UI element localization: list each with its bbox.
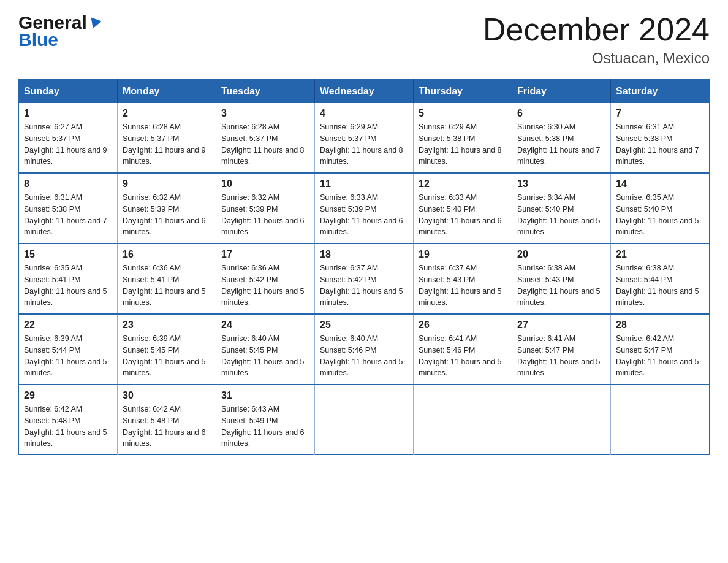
calendar-day-cell: 26 Sunrise: 6:41 AM Sunset: 5:46 PM Dayl… — [414, 314, 512, 385]
day-number: 31 — [221, 390, 309, 401]
calendar-week-row: 29 Sunrise: 6:42 AM Sunset: 5:48 PM Dayl… — [19, 385, 710, 455]
day-number: 14 — [616, 178, 704, 190]
day-number: 19 — [419, 249, 507, 260]
calendar-day-header: Sunday — [19, 80, 118, 104]
day-number: 2 — [123, 108, 211, 119]
day-info: Sunrise: 6:37 AM Sunset: 5:43 PM Dayligh… — [419, 262, 507, 308]
day-number: 25 — [320, 320, 408, 331]
calendar-day-cell: 25 Sunrise: 6:40 AM Sunset: 5:46 PM Dayl… — [315, 314, 414, 385]
day-number: 29 — [24, 390, 112, 401]
day-info: Sunrise: 6:42 AM Sunset: 5:48 PM Dayligh… — [123, 404, 211, 450]
calendar-day-cell: 16 Sunrise: 6:36 AM Sunset: 5:41 PM Dayl… — [118, 243, 216, 314]
day-info: Sunrise: 6:35 AM Sunset: 5:41 PM Dayligh… — [24, 262, 112, 308]
calendar-day-header: Thursday — [414, 80, 512, 104]
day-number: 1 — [24, 108, 112, 119]
calendar-day-cell: 13 Sunrise: 6:34 AM Sunset: 5:40 PM Dayl… — [512, 173, 611, 243]
calendar-day-cell — [414, 385, 512, 455]
calendar-week-row: 22 Sunrise: 6:39 AM Sunset: 5:44 PM Dayl… — [19, 314, 710, 385]
day-info: Sunrise: 6:29 AM Sunset: 5:38 PM Dayligh… — [419, 121, 507, 167]
day-info: Sunrise: 6:42 AM Sunset: 5:47 PM Dayligh… — [616, 333, 704, 379]
day-info: Sunrise: 6:39 AM Sunset: 5:44 PM Dayligh… — [24, 333, 112, 379]
subtitle: Ostuacan, Mexico — [483, 50, 710, 67]
day-info: Sunrise: 6:35 AM Sunset: 5:40 PM Dayligh… — [616, 192, 704, 238]
calendar-day-header: Wednesday — [315, 80, 414, 104]
calendar-day-cell: 8 Sunrise: 6:31 AM Sunset: 5:38 PM Dayli… — [19, 173, 118, 243]
day-info: Sunrise: 6:27 AM Sunset: 5:37 PM Dayligh… — [24, 121, 112, 167]
logo-blue-text: Blue — [18, 29, 58, 50]
day-number: 23 — [123, 320, 211, 331]
calendar-header-row: SundayMondayTuesdayWednesdayThursdayFrid… — [19, 80, 710, 104]
calendar-day-cell: 2 Sunrise: 6:28 AM Sunset: 5:37 PM Dayli… — [118, 103, 216, 173]
day-info: Sunrise: 6:39 AM Sunset: 5:45 PM Dayligh… — [123, 333, 211, 379]
calendar-week-row: 1 Sunrise: 6:27 AM Sunset: 5:37 PM Dayli… — [19, 103, 710, 173]
day-info: Sunrise: 6:32 AM Sunset: 5:39 PM Dayligh… — [123, 192, 211, 238]
day-info: Sunrise: 6:28 AM Sunset: 5:37 PM Dayligh… — [221, 121, 309, 167]
calendar-day-header: Tuesday — [216, 80, 315, 104]
calendar-day-cell: 29 Sunrise: 6:42 AM Sunset: 5:48 PM Dayl… — [19, 385, 118, 455]
day-number: 26 — [419, 320, 507, 331]
calendar-day-cell: 1 Sunrise: 6:27 AM Sunset: 5:37 PM Dayli… — [19, 103, 118, 173]
day-number: 24 — [221, 320, 309, 331]
day-info: Sunrise: 6:34 AM Sunset: 5:40 PM Dayligh… — [517, 192, 605, 238]
calendar-table: SundayMondayTuesdayWednesdayThursdayFrid… — [18, 79, 710, 455]
calendar-day-cell: 10 Sunrise: 6:32 AM Sunset: 5:39 PM Dayl… — [216, 173, 315, 243]
day-number: 10 — [221, 178, 309, 190]
calendar-day-cell: 3 Sunrise: 6:28 AM Sunset: 5:37 PM Dayli… — [216, 103, 315, 173]
calendar-day-cell: 9 Sunrise: 6:32 AM Sunset: 5:39 PM Dayli… — [118, 173, 216, 243]
calendar-day-cell: 20 Sunrise: 6:38 AM Sunset: 5:43 PM Dayl… — [512, 243, 611, 314]
day-info: Sunrise: 6:40 AM Sunset: 5:46 PM Dayligh… — [320, 333, 408, 379]
day-info: Sunrise: 6:40 AM Sunset: 5:45 PM Dayligh… — [221, 333, 309, 379]
calendar-day-cell: 6 Sunrise: 6:30 AM Sunset: 5:38 PM Dayli… — [512, 103, 611, 173]
calendar-day-cell: 17 Sunrise: 6:36 AM Sunset: 5:42 PM Dayl… — [216, 243, 315, 314]
calendar-day-cell: 24 Sunrise: 6:40 AM Sunset: 5:45 PM Dayl… — [216, 314, 315, 385]
calendar-day-cell: 4 Sunrise: 6:29 AM Sunset: 5:37 PM Dayli… — [315, 103, 414, 173]
day-number: 27 — [517, 320, 605, 331]
page-header: General Blue December 2024 Ostuacan, Mex… — [18, 12, 710, 67]
day-info: Sunrise: 6:33 AM Sunset: 5:40 PM Dayligh… — [419, 192, 507, 238]
calendar-day-cell: 21 Sunrise: 6:38 AM Sunset: 5:44 PM Dayl… — [611, 243, 710, 314]
day-info: Sunrise: 6:31 AM Sunset: 5:38 PM Dayligh… — [24, 192, 112, 238]
calendar-week-row: 15 Sunrise: 6:35 AM Sunset: 5:41 PM Dayl… — [19, 243, 710, 314]
calendar-day-header: Monday — [118, 80, 216, 104]
calendar-day-header: Saturday — [611, 80, 710, 104]
calendar-day-cell — [611, 385, 710, 455]
calendar-day-cell — [512, 385, 611, 455]
day-number: 21 — [616, 249, 704, 260]
day-number: 6 — [517, 108, 605, 119]
calendar-day-cell: 18 Sunrise: 6:37 AM Sunset: 5:42 PM Dayl… — [315, 243, 414, 314]
day-number: 7 — [616, 108, 704, 119]
day-number: 22 — [24, 320, 112, 331]
day-number: 3 — [221, 108, 309, 119]
day-number: 12 — [419, 178, 507, 190]
calendar-day-cell: 7 Sunrise: 6:31 AM Sunset: 5:38 PM Dayli… — [611, 103, 710, 173]
logo: General Blue — [18, 12, 103, 50]
calendar-week-row: 8 Sunrise: 6:31 AM Sunset: 5:38 PM Dayli… — [19, 173, 710, 243]
day-number: 30 — [123, 390, 211, 401]
day-info: Sunrise: 6:33 AM Sunset: 5:39 PM Dayligh… — [320, 192, 408, 238]
day-info: Sunrise: 6:42 AM Sunset: 5:48 PM Dayligh… — [24, 404, 112, 450]
main-title: December 2024 — [483, 12, 710, 47]
day-number: 13 — [517, 178, 605, 190]
calendar-day-cell: 11 Sunrise: 6:33 AM Sunset: 5:39 PM Dayl… — [315, 173, 414, 243]
title-section: December 2024 Ostuacan, Mexico — [483, 12, 710, 67]
day-info: Sunrise: 6:43 AM Sunset: 5:49 PM Dayligh… — [221, 404, 309, 450]
calendar-day-cell: 19 Sunrise: 6:37 AM Sunset: 5:43 PM Dayl… — [414, 243, 512, 314]
day-number: 16 — [123, 249, 211, 260]
day-info: Sunrise: 6:28 AM Sunset: 5:37 PM Dayligh… — [123, 121, 211, 167]
day-info: Sunrise: 6:38 AM Sunset: 5:43 PM Dayligh… — [517, 262, 605, 308]
day-info: Sunrise: 6:36 AM Sunset: 5:42 PM Dayligh… — [221, 262, 309, 308]
day-info: Sunrise: 6:37 AM Sunset: 5:42 PM Dayligh… — [320, 262, 408, 308]
day-number: 20 — [517, 249, 605, 260]
calendar-day-header: Friday — [512, 80, 611, 104]
calendar-day-cell: 5 Sunrise: 6:29 AM Sunset: 5:38 PM Dayli… — [414, 103, 512, 173]
calendar-day-cell: 14 Sunrise: 6:35 AM Sunset: 5:40 PM Dayl… — [611, 173, 710, 243]
day-info: Sunrise: 6:36 AM Sunset: 5:41 PM Dayligh… — [123, 262, 211, 308]
calendar-day-cell: 23 Sunrise: 6:39 AM Sunset: 5:45 PM Dayl… — [118, 314, 216, 385]
day-number: 8 — [24, 178, 112, 190]
day-number: 9 — [123, 178, 211, 190]
day-info: Sunrise: 6:30 AM Sunset: 5:38 PM Dayligh… — [517, 121, 605, 167]
day-info: Sunrise: 6:38 AM Sunset: 5:44 PM Dayligh… — [616, 262, 704, 308]
day-info: Sunrise: 6:41 AM Sunset: 5:47 PM Dayligh… — [517, 333, 605, 379]
calendar-day-cell: 27 Sunrise: 6:41 AM Sunset: 5:47 PM Dayl… — [512, 314, 611, 385]
day-number: 18 — [320, 249, 408, 260]
